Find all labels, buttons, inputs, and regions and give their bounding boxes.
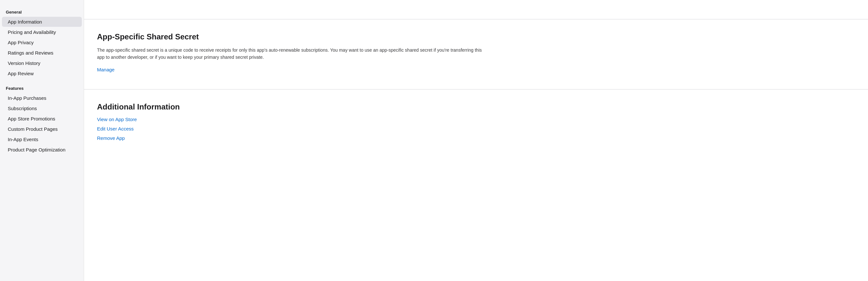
view-on-app-store-link[interactable]: View on App Store [97, 116, 855, 122]
sidebar-item-in-app-purchases[interactable]: In-App Purchases [2, 93, 82, 103]
shared-secret-section: App-Specific Shared Secret The app-speci… [84, 20, 868, 90]
general-section-label: General [0, 6, 84, 16]
sidebar-item-product-page-optimization[interactable]: Product Page Optimization [2, 145, 82, 155]
sidebar-item-custom-product-pages[interactable]: Custom Product Pages [2, 124, 82, 134]
sidebar-item-app-store-promotions[interactable]: App Store Promotions [2, 114, 82, 124]
main-content: App-Specific Shared Secret The app-speci… [84, 0, 868, 281]
sidebar-item-ratings-and-reviews[interactable]: Ratings and Reviews [2, 48, 82, 58]
remove-app-link[interactable]: Remove App [97, 135, 855, 141]
edit-user-access-link[interactable]: Edit User Access [97, 126, 855, 132]
sidebar-item-app-review[interactable]: App Review [2, 68, 82, 78]
additional-information-title: Additional Information [97, 102, 855, 111]
sidebar: General App Information Pricing and Avai… [0, 0, 84, 281]
top-bar-stub [84, 0, 868, 20]
sidebar-item-subscriptions[interactable]: Subscriptions [2, 103, 82, 113]
manage-link[interactable]: Manage [97, 67, 855, 72]
sidebar-item-pricing-and-availability[interactable]: Pricing and Availability [2, 27, 82, 37]
sidebar-item-version-history[interactable]: Version History [2, 58, 82, 68]
sidebar-item-in-app-events[interactable]: In-App Events [2, 134, 82, 144]
additional-information-section: Additional Information View on App Store… [84, 90, 868, 157]
sidebar-item-app-privacy[interactable]: App Privacy [2, 37, 82, 47]
sidebar-spacer [0, 79, 84, 83]
sidebar-item-app-information[interactable]: App Information [2, 17, 82, 27]
shared-secret-title: App-Specific Shared Secret [97, 32, 855, 41]
features-section-label: Features [0, 83, 84, 93]
shared-secret-description: The app-specific shared secret is a uniq… [97, 46, 485, 61]
